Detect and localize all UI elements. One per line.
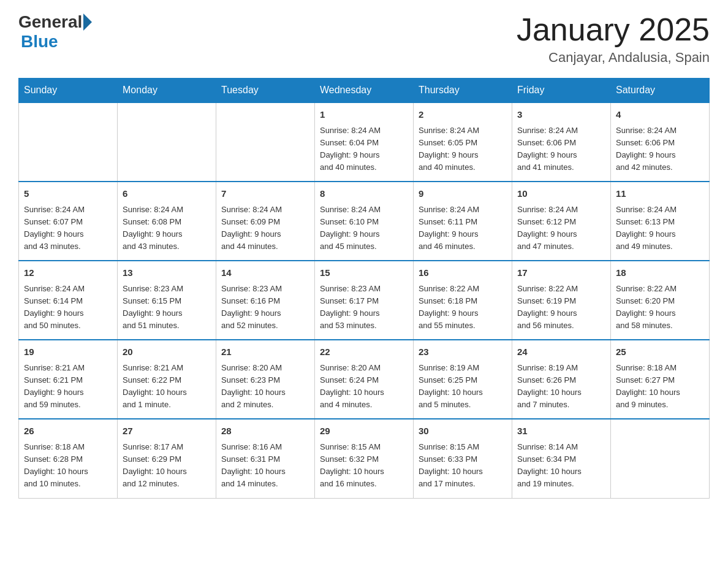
day-number: 17 — [517, 266, 605, 280]
day-number: 28 — [221, 424, 309, 439]
day-cell: 1Sunrise: 8:24 AM Sunset: 6:04 PM Daylig… — [315, 102, 414, 182]
column-header-sunday: Sunday — [19, 79, 118, 103]
day-cell: 26Sunrise: 8:18 AM Sunset: 6:28 PM Dayli… — [19, 419, 118, 498]
day-info: Sunrise: 8:24 AM Sunset: 6:05 PM Dayligh… — [419, 124, 507, 174]
day-info: Sunrise: 8:18 AM Sunset: 6:28 PM Dayligh… — [24, 441, 112, 491]
calendar-table: SundayMondayTuesdayWednesdayThursdayFrid… — [18, 78, 710, 498]
day-cell: 6Sunrise: 8:24 AM Sunset: 6:08 PM Daylig… — [118, 182, 216, 261]
day-info: Sunrise: 8:24 AM Sunset: 6:08 PM Dayligh… — [123, 204, 211, 253]
day-info: Sunrise: 8:17 AM Sunset: 6:29 PM Dayligh… — [123, 441, 211, 491]
day-info: Sunrise: 8:22 AM Sunset: 6:18 PM Dayligh… — [419, 283, 507, 332]
day-number: 26 — [24, 424, 112, 439]
week-row-5: 26Sunrise: 8:18 AM Sunset: 6:28 PM Dayli… — [19, 419, 710, 498]
day-cell: 29Sunrise: 8:15 AM Sunset: 6:32 PM Dayli… — [315, 419, 414, 498]
logo: General Blue — [18, 12, 93, 52]
day-info: Sunrise: 8:24 AM Sunset: 6:04 PM Dayligh… — [320, 124, 408, 174]
day-info: Sunrise: 8:20 AM Sunset: 6:23 PM Dayligh… — [221, 362, 309, 412]
day-number: 24 — [517, 345, 605, 359]
day-number: 22 — [320, 345, 408, 359]
day-number: 29 — [320, 424, 408, 439]
column-header-friday: Friday — [512, 79, 611, 103]
day-cell: 19Sunrise: 8:21 AM Sunset: 6:21 PM Dayli… — [19, 340, 118, 419]
day-cell: 25Sunrise: 8:18 AM Sunset: 6:27 PM Dayli… — [611, 340, 710, 419]
day-number: 9 — [419, 187, 507, 201]
day-cell: 10Sunrise: 8:24 AM Sunset: 6:12 PM Dayli… — [512, 182, 611, 261]
day-cell: 4Sunrise: 8:24 AM Sunset: 6:06 PM Daylig… — [611, 102, 710, 182]
day-info: Sunrise: 8:23 AM Sunset: 6:15 PM Dayligh… — [123, 283, 211, 332]
day-cell: 20Sunrise: 8:21 AM Sunset: 6:22 PM Dayli… — [118, 340, 216, 419]
day-info: Sunrise: 8:24 AM Sunset: 6:06 PM Dayligh… — [517, 124, 605, 174]
day-info: Sunrise: 8:23 AM Sunset: 6:16 PM Dayligh… — [221, 283, 309, 332]
day-number: 6 — [123, 187, 211, 201]
day-cell: 13Sunrise: 8:23 AM Sunset: 6:15 PM Dayli… — [118, 261, 216, 340]
day-number: 8 — [320, 187, 408, 201]
day-info: Sunrise: 8:24 AM Sunset: 6:14 PM Dayligh… — [24, 283, 112, 332]
day-number: 19 — [24, 345, 112, 359]
day-cell — [19, 102, 118, 182]
day-info: Sunrise: 8:23 AM Sunset: 6:17 PM Dayligh… — [320, 283, 408, 332]
day-info: Sunrise: 8:15 AM Sunset: 6:32 PM Dayligh… — [320, 441, 408, 491]
day-info: Sunrise: 8:24 AM Sunset: 6:13 PM Dayligh… — [616, 204, 704, 253]
day-number: 25 — [616, 345, 704, 359]
day-info: Sunrise: 8:19 AM Sunset: 6:25 PM Dayligh… — [419, 362, 507, 412]
header-row: SundayMondayTuesdayWednesdayThursdayFrid… — [19, 79, 710, 103]
day-info: Sunrise: 8:24 AM Sunset: 6:07 PM Dayligh… — [24, 204, 112, 253]
day-info: Sunrise: 8:24 AM Sunset: 6:12 PM Dayligh… — [517, 204, 605, 253]
day-cell: 23Sunrise: 8:19 AM Sunset: 6:25 PM Dayli… — [414, 340, 512, 419]
page-header: General Blue January 2025 Canjayar, Anda… — [18, 12, 710, 66]
day-cell: 17Sunrise: 8:22 AM Sunset: 6:19 PM Dayli… — [512, 261, 611, 340]
logo-general-text: General — [18, 12, 82, 32]
day-number: 3 — [517, 108, 605, 122]
day-number: 31 — [517, 424, 605, 439]
week-row-3: 12Sunrise: 8:24 AM Sunset: 6:14 PM Dayli… — [19, 261, 710, 340]
day-number: 2 — [419, 108, 507, 122]
column-header-tuesday: Tuesday — [216, 79, 315, 103]
day-info: Sunrise: 8:24 AM Sunset: 6:06 PM Dayligh… — [616, 124, 704, 174]
day-info: Sunrise: 8:16 AM Sunset: 6:31 PM Dayligh… — [221, 441, 309, 491]
day-cell: 11Sunrise: 8:24 AM Sunset: 6:13 PM Dayli… — [611, 182, 710, 261]
week-row-1: 1Sunrise: 8:24 AM Sunset: 6:04 PM Daylig… — [19, 102, 710, 182]
day-cell: 15Sunrise: 8:23 AM Sunset: 6:17 PM Dayli… — [315, 261, 414, 340]
day-number: 16 — [419, 266, 507, 280]
day-info: Sunrise: 8:24 AM Sunset: 6:10 PM Dayligh… — [320, 204, 408, 253]
day-cell — [118, 102, 216, 182]
day-cell: 9Sunrise: 8:24 AM Sunset: 6:11 PM Daylig… — [414, 182, 512, 261]
day-info: Sunrise: 8:19 AM Sunset: 6:26 PM Dayligh… — [517, 362, 605, 412]
day-cell: 16Sunrise: 8:22 AM Sunset: 6:18 PM Dayli… — [414, 261, 512, 340]
day-number: 1 — [320, 108, 408, 122]
day-number: 13 — [123, 266, 211, 280]
logo-text: General — [18, 12, 93, 32]
day-cell: 8Sunrise: 8:24 AM Sunset: 6:10 PM Daylig… — [315, 182, 414, 261]
day-info: Sunrise: 8:15 AM Sunset: 6:33 PM Dayligh… — [419, 441, 507, 491]
day-info: Sunrise: 8:18 AM Sunset: 6:27 PM Dayligh… — [616, 362, 704, 412]
day-number: 30 — [419, 424, 507, 439]
title-block: January 2025 Canjayar, Andalusia, Spain — [517, 12, 710, 66]
day-cell: 27Sunrise: 8:17 AM Sunset: 6:29 PM Dayli… — [118, 419, 216, 498]
day-cell: 2Sunrise: 8:24 AM Sunset: 6:05 PM Daylig… — [414, 102, 512, 182]
day-cell: 14Sunrise: 8:23 AM Sunset: 6:16 PM Dayli… — [216, 261, 315, 340]
day-cell: 3Sunrise: 8:24 AM Sunset: 6:06 PM Daylig… — [512, 102, 611, 182]
logo-arrow-icon — [83, 13, 92, 31]
day-number: 11 — [616, 187, 704, 201]
column-header-wednesday: Wednesday — [315, 79, 414, 103]
column-header-saturday: Saturday — [611, 79, 710, 103]
day-cell: 31Sunrise: 8:14 AM Sunset: 6:34 PM Dayli… — [512, 419, 611, 498]
day-cell — [216, 102, 315, 182]
day-info: Sunrise: 8:20 AM Sunset: 6:24 PM Dayligh… — [320, 362, 408, 412]
day-number: 5 — [24, 187, 112, 201]
day-number: 21 — [221, 345, 309, 359]
column-header-thursday: Thursday — [414, 79, 512, 103]
day-cell: 28Sunrise: 8:16 AM Sunset: 6:31 PM Dayli… — [216, 419, 315, 498]
day-info: Sunrise: 8:24 AM Sunset: 6:09 PM Dayligh… — [221, 204, 309, 253]
day-cell: 21Sunrise: 8:20 AM Sunset: 6:23 PM Dayli… — [216, 340, 315, 419]
day-info: Sunrise: 8:22 AM Sunset: 6:19 PM Dayligh… — [517, 283, 605, 332]
day-number: 20 — [123, 345, 211, 359]
day-number: 27 — [123, 424, 211, 439]
day-number: 14 — [221, 266, 309, 280]
calendar-title: January 2025 — [517, 12, 710, 47]
day-number: 23 — [419, 345, 507, 359]
day-cell: 24Sunrise: 8:19 AM Sunset: 6:26 PM Dayli… — [512, 340, 611, 419]
day-number: 18 — [616, 266, 704, 280]
day-info: Sunrise: 8:21 AM Sunset: 6:22 PM Dayligh… — [123, 362, 211, 412]
day-cell — [611, 419, 710, 498]
